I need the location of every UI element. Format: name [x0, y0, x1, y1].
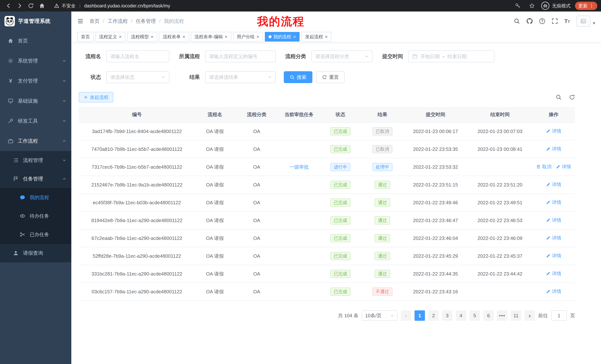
sidebar-item-todo-tasks[interactable]: 待办任务 [0, 207, 71, 225]
security-label[interactable]: 不安全 [62, 3, 76, 9]
process-definition-input-wrap [205, 50, 276, 62]
fullscreen-icon[interactable] [551, 18, 558, 24]
cell-process-name: OA 请假 [195, 265, 235, 283]
process-name-input[interactable] [110, 54, 165, 59]
sidebar-item-my-process[interactable]: 我的流程 [0, 188, 71, 207]
detail-action-link[interactable]: 详情 [546, 146, 561, 152]
page-size-select[interactable]: 10条/页 [362, 310, 397, 321]
tab-user-group[interactable]: 用户分组× [233, 32, 263, 42]
tab-my-process[interactable]: 我的流程× [265, 32, 300, 42]
detail-action-link[interactable]: 详情 [546, 288, 561, 294]
bookmark-star-icon[interactable] [527, 1, 537, 10]
browser-menu-dots-icon[interactable] [589, 3, 594, 8]
sidebar-item-workflow[interactable]: 工作流程 [0, 131, 71, 151]
sidebar-item-task-management[interactable]: 任务管理 [0, 170, 71, 188]
search-button[interactable]: 搜索 [284, 71, 312, 83]
page-button-3[interactable]: 3 [442, 310, 452, 321]
sidebar-item-process-management[interactable]: 流程管理 [0, 151, 71, 170]
tab-close-icon[interactable]: × [257, 34, 259, 39]
reset-button[interactable]: 重置 [316, 71, 345, 83]
hamburger-icon[interactable] [77, 18, 84, 24]
sidebar-item-done-tasks[interactable]: 已办任务 [0, 225, 71, 244]
sidebar-menu: 首页系统管理¥支付管理基础设施研发工具工作流程流程管理任务管理我的流程待办任务已… [0, 31, 71, 262]
toggle-search-icon[interactable] [556, 94, 562, 100]
tab-home[interactable]: 首页 [77, 32, 94, 42]
avatar-chevron-down-icon[interactable]: ▾ [593, 21, 595, 26]
tab-close-icon[interactable]: × [325, 34, 328, 39]
detail-action-link[interactable]: 详情 [556, 164, 571, 170]
next-page-button[interactable]: › [524, 310, 535, 321]
refresh-table-icon[interactable] [569, 94, 575, 100]
tab-start-process[interactable]: 发起流程× [301, 32, 331, 42]
tab-close-icon[interactable]: × [225, 34, 228, 39]
breadcrumb-item[interactable]: 任务管理 [136, 18, 156, 25]
key-icon[interactable] [513, 1, 523, 10]
detail-action-link[interactable]: 详情 [546, 270, 561, 277]
detail-action-link[interactable]: 详情 [546, 199, 561, 205]
url-text[interactable]: dashboard.yudao.iocoder.cn/bpm/task/my [84, 3, 170, 9]
cell-current-task [279, 229, 320, 247]
browser-update-button[interactable]: 更新 [575, 2, 597, 10]
github-icon[interactable] [526, 18, 533, 24]
cell-result: 通过 [361, 176, 403, 194]
filter-label-process-name: 流程名 [79, 53, 101, 60]
submit-time-range-picker[interactable]: 开始日期 - 结束日期 [408, 50, 494, 62]
page-button-4[interactable]: 4 [456, 310, 466, 321]
sidebar-item-payment[interactable]: ¥支付管理 [0, 71, 71, 91]
page-button-11[interactable]: 11 [511, 310, 521, 321]
result-select[interactable]: 请选择流结果 [205, 71, 276, 83]
prev-page-button[interactable]: ‹ [401, 310, 411, 321]
sidebar-item-label: 任务管理 [23, 175, 43, 182]
sidebar-item-home[interactable]: 首页 [0, 31, 71, 51]
status-select[interactable]: 请选择状态 [106, 71, 169, 83]
sidebar-item-devtools[interactable]: 研发工具 [0, 111, 71, 131]
sidebar-item-system[interactable]: 系统管理 [0, 51, 71, 71]
category-select[interactable]: 请选择流程分类 [311, 50, 372, 62]
status-tag: 已完成 [331, 252, 351, 260]
tab-close-icon[interactable]: × [182, 34, 185, 39]
address-bar[interactable]: 不安全 | dashboard.yudao.iocoder.cn/bpm/tas… [54, 3, 511, 9]
detail-action-link[interactable]: 详情 [546, 235, 561, 241]
tab-process-definition[interactable]: 流程定义× [95, 32, 125, 42]
font-size-icon[interactable]: TT [564, 18, 570, 24]
start-process-button[interactable]: 发起流程 [79, 92, 113, 102]
forward-icon[interactable] [15, 1, 25, 10]
page-button-5[interactable]: 5 [470, 310, 480, 321]
page-ellipsis-button[interactable]: ••• [497, 310, 507, 321]
cell-id: 7317cec6-7b9b-11ec-b5b7-acde48001122 [79, 158, 195, 176]
result-tag: 已取消 [372, 127, 392, 135]
avatar[interactable] [576, 16, 591, 27]
goto-page-input[interactable] [551, 310, 567, 321]
tab-close-icon[interactable]: × [119, 34, 122, 39]
process-definition-input[interactable] [209, 54, 271, 59]
reload-icon[interactable] [26, 1, 36, 10]
tab-process-form[interactable]: 流程表单× [159, 32, 189, 42]
tab-close-icon[interactable]: × [293, 34, 296, 39]
breadcrumb-item[interactable]: 工作流程 [108, 18, 128, 25]
tab-process-form-edit[interactable]: 流程表单-编辑× [191, 32, 231, 42]
top-navbar: 首页/工作流程/任务管理/我的流程 我的流程 TT ▾ [71, 11, 601, 31]
app-logo[interactable]: 芋道管理系统 [0, 11, 71, 31]
cell-end-time: 2022-01-22 23:46:53 [468, 211, 532, 229]
detail-action-link[interactable]: 详情 [546, 128, 561, 134]
breadcrumb-item[interactable]: 首页 [90, 18, 100, 25]
help-icon[interactable] [539, 18, 545, 24]
tab-process-model[interactable]: 流程模型× [127, 32, 157, 42]
detail-action-link[interactable]: 详情 [546, 182, 561, 188]
current-task-link[interactable]: 一级审批 [289, 164, 309, 170]
browser-home-icon[interactable] [37, 1, 47, 10]
page-button-1[interactable]: 1 [415, 310, 425, 321]
breadcrumb-item[interactable]: 我的流程 [164, 18, 184, 25]
detail-action-link[interactable]: 详情 [546, 217, 561, 223]
search-icon[interactable] [514, 18, 520, 24]
page-button-2[interactable]: 2 [428, 310, 439, 321]
reset-button-label: 重置 [329, 74, 339, 80]
cancel-action-link[interactable]: 取消 [536, 164, 551, 170]
tab-close-icon[interactable]: × [151, 34, 153, 39]
sidebar-item-leave-query[interactable]: 请假查询 [0, 244, 71, 262]
page-button-6[interactable]: 6 [483, 310, 494, 321]
gear-icon [7, 58, 14, 64]
back-icon[interactable] [4, 1, 13, 10]
detail-action-link[interactable]: 详情 [546, 253, 561, 259]
sidebar-item-infrastructure[interactable]: 基础设施 [0, 91, 71, 111]
